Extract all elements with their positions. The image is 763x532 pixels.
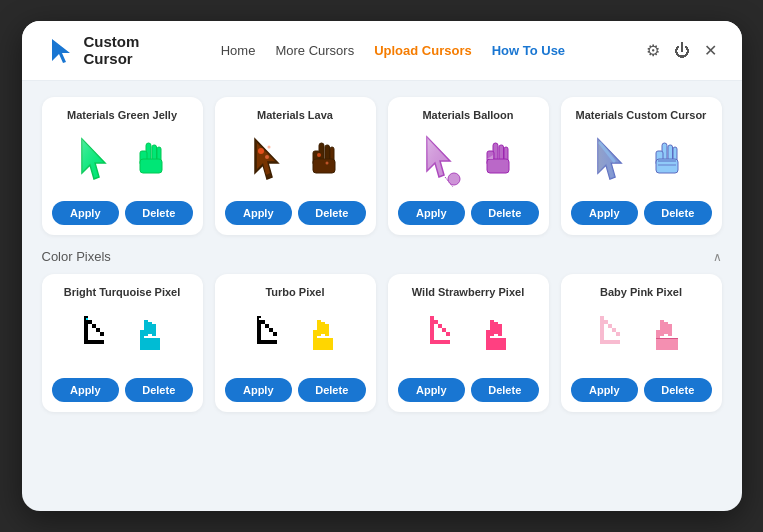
svg-rect-61 bbox=[148, 326, 152, 330]
svg-rect-99 bbox=[313, 338, 333, 342]
cursor-arrow-turquoise bbox=[78, 312, 122, 364]
nav-upload-cursors[interactable]: Upload Cursors bbox=[374, 43, 472, 58]
apply-button[interactable]: Apply bbox=[571, 378, 639, 402]
delete-button[interactable]: Delete bbox=[644, 201, 712, 225]
card-balloon: Materials Balloon bbox=[388, 97, 549, 235]
section-collapse-icon[interactable]: ∧ bbox=[713, 250, 722, 264]
svg-rect-89 bbox=[317, 328, 321, 332]
nav-home[interactable]: Home bbox=[221, 43, 256, 58]
svg-rect-146 bbox=[608, 324, 612, 328]
svg-rect-105 bbox=[430, 328, 434, 332]
card-buttons: Apply Delete bbox=[52, 378, 193, 402]
svg-rect-114 bbox=[442, 340, 446, 344]
cursor-images bbox=[76, 129, 168, 193]
svg-rect-98 bbox=[313, 334, 317, 338]
delete-button[interactable]: Delete bbox=[125, 201, 193, 225]
card-custom-cursor: Materials Custom Cursor bbox=[561, 97, 722, 235]
svg-rect-117 bbox=[434, 324, 438, 328]
svg-rect-166 bbox=[656, 346, 678, 350]
svg-rect-97 bbox=[313, 330, 317, 334]
svg-rect-108 bbox=[430, 340, 434, 344]
svg-rect-115 bbox=[446, 332, 450, 336]
svg-rect-64 bbox=[152, 328, 156, 332]
svg-rect-46 bbox=[84, 340, 88, 344]
svg-rect-7 bbox=[140, 159, 162, 173]
cursor-arrow-pink bbox=[594, 312, 638, 364]
svg-rect-119 bbox=[438, 328, 442, 332]
svg-rect-122 bbox=[490, 320, 494, 324]
close-icon[interactable]: ✕ bbox=[704, 41, 717, 60]
nav-more-cursors[interactable]: More Cursors bbox=[275, 43, 354, 58]
svg-rect-138 bbox=[600, 320, 604, 324]
svg-rect-63 bbox=[152, 324, 156, 328]
power-icon[interactable]: ⏻ bbox=[674, 42, 690, 60]
cursor-arrow-strawberry bbox=[424, 312, 468, 364]
svg-rect-110 bbox=[434, 340, 438, 344]
svg-rect-60 bbox=[148, 322, 152, 326]
card-buttons: Apply Delete bbox=[225, 201, 366, 225]
svg-rect-88 bbox=[317, 324, 321, 328]
svg-rect-113 bbox=[442, 328, 446, 332]
card-strawberry-pixel: Wild Strawberry Pixel bbox=[388, 274, 549, 412]
svg-rect-81 bbox=[265, 340, 269, 344]
nav-how-to-use[interactable]: How To Use bbox=[492, 43, 565, 58]
svg-rect-134 bbox=[486, 338, 506, 342]
card-title: Materials Custom Cursor bbox=[576, 109, 707, 121]
delete-button[interactable]: Delete bbox=[471, 201, 539, 225]
svg-rect-125 bbox=[490, 332, 494, 336]
svg-rect-144 bbox=[604, 320, 608, 324]
svg-rect-149 bbox=[612, 340, 616, 344]
delete-button[interactable]: Delete bbox=[298, 201, 366, 225]
apply-button[interactable]: Apply bbox=[52, 201, 120, 225]
cursor-arrow-lava bbox=[249, 135, 297, 187]
svg-rect-65 bbox=[152, 332, 156, 336]
main-content: Materials Green Jelly bbox=[22, 81, 742, 511]
svg-rect-87 bbox=[317, 320, 321, 324]
card-title: Wild Strawberry Pixel bbox=[412, 286, 524, 298]
gear-icon[interactable]: ⚙ bbox=[646, 41, 660, 60]
svg-rect-129 bbox=[498, 324, 502, 328]
delete-button[interactable]: Delete bbox=[471, 378, 539, 402]
apply-button[interactable]: Apply bbox=[225, 378, 293, 402]
svg-rect-90 bbox=[317, 332, 321, 336]
header-icons: ⚙ ⏻ ✕ bbox=[646, 41, 717, 60]
cursor-hand-lava bbox=[305, 135, 341, 187]
cursor-arrow-turbo bbox=[251, 312, 295, 364]
svg-rect-58 bbox=[144, 328, 148, 332]
apply-button[interactable]: Apply bbox=[571, 201, 639, 225]
cursor-hand-custom bbox=[648, 135, 690, 187]
delete-button[interactable]: Delete bbox=[125, 378, 193, 402]
svg-rect-142 bbox=[600, 336, 604, 340]
card-title: Bright Turquoise Pixel bbox=[64, 286, 181, 298]
svg-rect-103 bbox=[430, 320, 434, 324]
nav: Home More Cursors Upload Cursors How To … bbox=[221, 43, 565, 58]
svg-rect-143 bbox=[600, 340, 604, 344]
logo-icon bbox=[46, 35, 78, 67]
svg-rect-28 bbox=[487, 159, 509, 173]
svg-rect-165 bbox=[656, 342, 678, 346]
cursor-hand-pink bbox=[646, 312, 688, 364]
svg-rect-92 bbox=[321, 326, 325, 330]
card-buttons: Apply Delete bbox=[398, 201, 539, 225]
apply-button[interactable]: Apply bbox=[398, 378, 466, 402]
svg-rect-44 bbox=[84, 332, 88, 336]
apply-button[interactable]: Apply bbox=[52, 378, 120, 402]
svg-rect-47 bbox=[88, 320, 92, 324]
delete-button[interactable]: Delete bbox=[298, 378, 366, 402]
svg-rect-74 bbox=[257, 328, 261, 332]
svg-rect-116 bbox=[446, 340, 450, 344]
svg-rect-111 bbox=[438, 324, 442, 328]
svg-rect-83 bbox=[269, 340, 273, 344]
cursor-hand-turquoise bbox=[130, 312, 166, 364]
svg-point-18 bbox=[317, 153, 321, 157]
apply-button[interactable]: Apply bbox=[225, 201, 293, 225]
apply-button[interactable]: Apply bbox=[398, 201, 466, 225]
delete-button[interactable]: Delete bbox=[644, 378, 712, 402]
svg-rect-94 bbox=[325, 324, 329, 328]
svg-rect-75 bbox=[257, 332, 261, 336]
card-buttons: Apply Delete bbox=[398, 378, 539, 402]
svg-rect-160 bbox=[668, 328, 672, 332]
logo: Custom Cursor bbox=[46, 34, 140, 67]
cursor-hand-balloon bbox=[479, 135, 515, 187]
svg-rect-51 bbox=[96, 328, 100, 332]
